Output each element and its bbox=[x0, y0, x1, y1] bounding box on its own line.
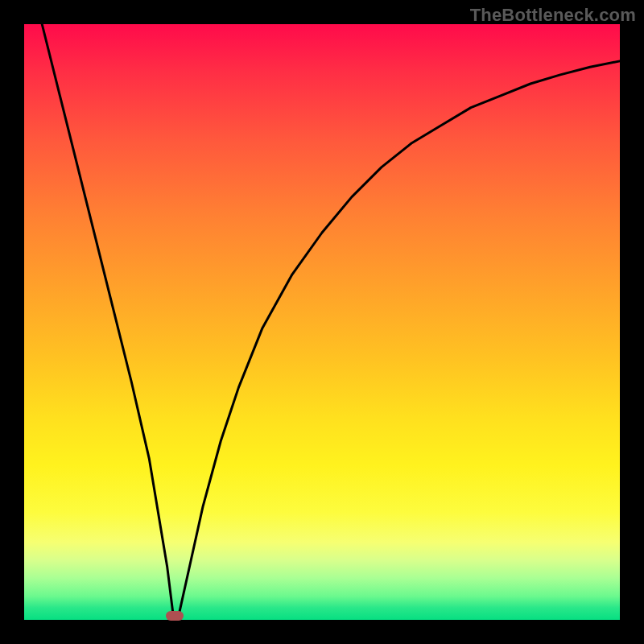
chart-frame: TheBottleneck.com bbox=[0, 0, 644, 644]
bottleneck-curve bbox=[42, 24, 620, 614]
curve-svg bbox=[24, 24, 620, 620]
watermark-text: TheBottleneck.com bbox=[470, 5, 636, 26]
plot-area bbox=[24, 24, 620, 620]
optimal-marker bbox=[166, 611, 184, 621]
